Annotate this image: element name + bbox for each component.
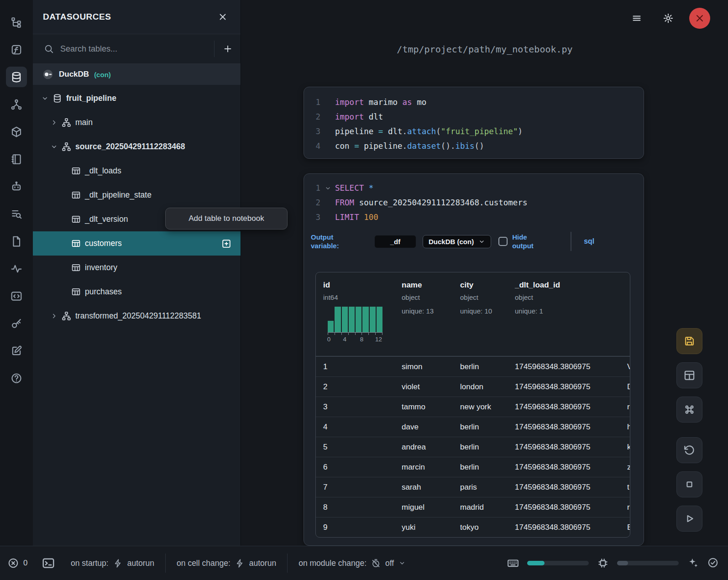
tree-item-_dlt_loads[interactable]: _dlt_loads — [33, 159, 241, 183]
rail-item-dependencies[interactable] — [6, 94, 27, 115]
table-cell: paris — [453, 483, 508, 492]
rail-item-scratchpad[interactable] — [6, 340, 27, 361]
rail-item-snippets[interactable] — [6, 286, 27, 306]
add-table-tooltip: Add table to notebook — [165, 208, 288, 230]
keyboard-height-slider[interactable] — [527, 561, 589, 565]
restart-button[interactable] — [676, 437, 702, 463]
rail-item-packages[interactable] — [6, 121, 27, 142]
output-variable-input[interactable] — [375, 235, 416, 248]
stop-icon — [683, 478, 696, 491]
statusbar-label: on startup: — [71, 559, 109, 568]
fold-chevron-icon — [325, 185, 331, 192]
stop-button[interactable] — [676, 471, 702, 497]
settings-button[interactable] — [658, 8, 679, 29]
table-cell: 1745968348.3806975 — [508, 463, 620, 472]
axis-tick — [355, 333, 356, 335]
column-header-id[interactable]: idint6404812 — [316, 272, 394, 356]
sql-cell[interactable]: 1SELECT *2FROM source_202504291112283468… — [304, 173, 644, 546]
tree-item-transformed_202504291112283581[interactable]: transformed_202504291112283581 — [33, 304, 241, 328]
shortcuts-button[interactable] — [687, 557, 699, 570]
add-connection-button[interactable] — [215, 34, 241, 63]
column-header-name[interactable]: nameobjectunique: 13 — [394, 272, 453, 356]
column-header-_dlt_load_id[interactable]: _dlt_load_idobjectunique: 1 — [508, 272, 620, 356]
window-actions — [626, 8, 710, 29]
search-tables-input[interactable] — [60, 44, 214, 54]
chip-slider[interactable] — [617, 561, 679, 565]
tree-item-customers[interactable]: customers — [33, 231, 241, 256]
statusbar-module-change[interactable]: on module change:off — [288, 559, 417, 568]
column-unique: unique: 1 — [515, 307, 620, 315]
table-icon — [71, 190, 81, 200]
table-cell: 1745968348.3806975 — [508, 362, 620, 371]
table-row[interactable]: 8miguelmadrid1745968348.3806975r — [316, 497, 630, 517]
commands-button[interactable] — [676, 397, 702, 423]
status-check-button[interactable] — [707, 557, 719, 570]
connection-row[interactable]: DuckDB (con) — [33, 64, 241, 85]
bolt-icon — [235, 559, 245, 568]
engine-select[interactable]: DuckDB (con) — [423, 235, 491, 248]
table-cell: E — [620, 523, 630, 532]
rail-item-logs[interactable] — [6, 204, 27, 224]
table-cell: r — [620, 503, 630, 512]
tree-item-label: customers — [85, 239, 122, 248]
table-row[interactable]: 3tammonew york1745968348.3806975r — [316, 397, 630, 417]
rail-item-functions[interactable] — [6, 39, 27, 60]
histogram-bar — [356, 307, 361, 332]
table-row[interactable]: 5andreaberlin1745968348.3806975k — [316, 437, 630, 457]
tree-item-purchases[interactable]: purchases — [33, 280, 241, 304]
table-row[interactable]: 7sarahparis1745968348.3806975t — [316, 477, 630, 497]
menu-button[interactable] — [626, 8, 647, 29]
panel-header: DATASOURCES — [33, 0, 241, 34]
table-cell: 1745968348.3806975 — [508, 503, 620, 512]
table-row[interactable]: 2violetlondon1745968348.3806975D — [316, 376, 630, 397]
rail-item-secrets[interactable] — [6, 313, 27, 334]
column-header-clipped[interactable] — [620, 272, 630, 356]
axis-label: 8 — [360, 336, 364, 343]
close-icon — [218, 12, 228, 22]
statusbar-label: on module change: — [299, 559, 367, 568]
tree-item-fruit_pipeline[interactable]: fruit_pipeline — [33, 86, 241, 110]
connection-badge: (con) — [94, 71, 111, 78]
column-header-city[interactable]: cityobjectunique: 10 — [453, 272, 508, 356]
close-app-button[interactable] — [689, 8, 710, 29]
python-code-editor[interactable]: 1import marimo as mo2import dlt3pipeline… — [304, 95, 644, 153]
table-row[interactable]: 4daveberlin1745968348.3806975h — [316, 417, 630, 437]
add-table-button[interactable] — [221, 231, 231, 256]
errors-indicator[interactable]: 0 — [7, 557, 27, 569]
table-cell: miguel — [394, 503, 453, 512]
fold-toggle[interactable] — [320, 181, 335, 195]
run-button[interactable] — [676, 506, 702, 532]
table-cell: h — [620, 423, 630, 432]
histogram-bar — [328, 321, 334, 332]
rail-item-notebook-outline[interactable] — [6, 149, 27, 169]
table-row[interactable]: 9yukitokyo1745968348.3806975E — [316, 517, 630, 537]
python-cell[interactable]: 1import marimo as mo2import dlt3pipeline… — [304, 87, 644, 159]
layout-button[interactable] — [676, 362, 702, 388]
hide-output-checkbox[interactable] — [498, 237, 508, 246]
language-badge[interactable]: sql — [584, 237, 594, 246]
table-cell: 1745968348.3806975 — [508, 402, 620, 412]
code-line: 3LIMIT 100 — [304, 210, 644, 225]
sql-code-editor[interactable]: 1SELECT *2FROM source_202504291112283468… — [304, 181, 644, 225]
tree-item-inventory[interactable]: inventory — [33, 256, 241, 280]
rail-item-datasources[interactable] — [6, 67, 27, 87]
chevron-right-icon — [50, 312, 58, 320]
rail-item-tracing[interactable] — [6, 258, 27, 279]
tree-item-source_202504291112283468[interactable]: source_202504291112283468 — [33, 135, 241, 159]
rail-item-ai-assistant[interactable] — [6, 176, 27, 197]
rail-item-help[interactable] — [6, 368, 27, 388]
table-row[interactable]: 1simonberlin1745968348.3806975V — [316, 356, 630, 376]
notebook-area: /tmp/project/path/my_notebook.py 1import… — [241, 0, 728, 546]
statusbar-startup[interactable]: on startup:autorun — [71, 559, 165, 568]
rail-item-documentation[interactable] — [6, 231, 27, 251]
save-button[interactable] — [676, 328, 702, 354]
save-icon — [683, 335, 696, 347]
statusbar-cell-change[interactable]: on cell change:autorun — [166, 559, 287, 568]
tree-item-_dlt_pipeline_state[interactable]: _dlt_pipeline_state — [33, 183, 241, 207]
close-panel-button[interactable] — [215, 9, 230, 25]
table-cell: D — [620, 382, 630, 392]
rail-item-file-explorer[interactable] — [6, 12, 27, 32]
tree-item-main[interactable]: main — [33, 110, 241, 135]
terminal-button[interactable] — [39, 554, 58, 572]
table-row[interactable]: 6marcinberlin1745968348.3806975z — [316, 457, 630, 477]
